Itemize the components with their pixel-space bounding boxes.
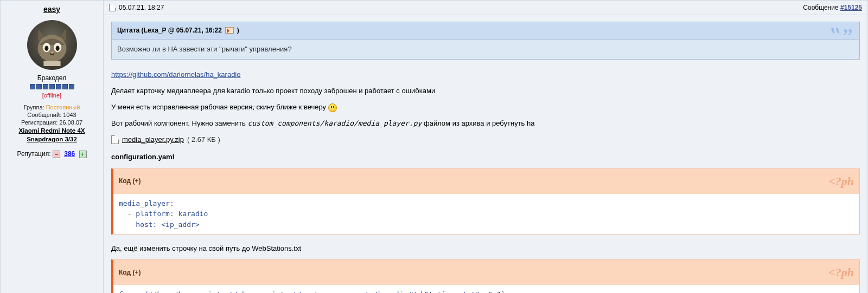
goto-quote-icon[interactable] [225, 27, 234, 34]
rep-plus-button[interactable]: + [79, 151, 87, 158]
user-reg: Регистрация: 26.08.07 [4, 119, 100, 126]
reputation-row: Репутация: − 386 + [4, 150, 100, 158]
avatar[interactable] [27, 20, 77, 70]
code-decor-icon: <?ph [828, 263, 854, 282]
user-reg-value: 26.08.07 [59, 119, 82, 126]
user-group-label: Группа: [24, 104, 46, 110]
post-header: 05.07.21, 18:27 Сообщение #15125 [104, 1, 867, 15]
user-reg-label: Регистрация: [21, 119, 59, 126]
body-line2a: Вот рабочий компонент. Нужно заменить [111, 119, 247, 127]
github-link[interactable]: https://github.com/dariornelas/ha_karadi… [111, 70, 240, 79]
quote-header-tail: ) [237, 25, 239, 36]
code1-body: media_player: - platform: karadio host: … [113, 194, 859, 235]
code-decor-icon: <?ph [828, 172, 854, 191]
post-datetime: 05.07.21, 18:27 [119, 4, 164, 11]
code2-body: f=open("/home/homeassistant/.homeassista… [113, 285, 859, 293]
attachment-row: media_player.py.zip ( 2.67 КБ ) [111, 134, 860, 145]
quote-header: Цитата (Lexa_P @ 05.07.21, 16:22 ) [112, 22, 859, 40]
rep-value-link[interactable]: 386 [64, 150, 75, 158]
cat-avatar-icon [31, 24, 73, 66]
svg-rect-8 [43, 61, 60, 66]
user-posts-value: 1043 [63, 112, 76, 118]
body-line3: Да, ещё изменить строчку на свой путь до… [111, 243, 860, 254]
user-rank: Бракодел [4, 74, 100, 82]
quote-marks-icon: ‟” [829, 25, 854, 48]
config-heading: configuration.yaml [111, 152, 860, 162]
post-body: ‟” Цитата (Lexa_P @ 05.07.21, 16:22 ) Во… [104, 15, 867, 293]
body-line2b: файлом из архива и ребутнуть ha [422, 119, 534, 127]
file-icon [111, 135, 119, 144]
attachment-link[interactable]: media_player.py.zip [122, 134, 184, 145]
quote-block: ‟” Цитата (Lexa_P @ 05.07.21, 16:22 ) Во… [111, 22, 860, 60]
quote-body: Возможно ли в HA завести эти "рычаги" уп… [112, 40, 859, 59]
code-block-1: Код (+) <?ph media_player: - platform: k… [111, 168, 860, 235]
code2-label[interactable]: Код (+) [119, 268, 141, 278]
quote-header-text: Цитата (Lexa_P @ 05.07.21, 16:22 [117, 25, 222, 36]
message-column: 05.07.21, 18:27 Сообщение #15125 ‟” Цита… [104, 1, 867, 293]
body-line1: Делает карточку медиаплеера для karadio … [111, 86, 860, 96]
code-block-2: Код (+) <?ph f=open("/home/homeassistant… [111, 259, 860, 293]
user-column: easy Бракодел [offline] Группа: Постоя [1, 1, 104, 293]
forum-post: easy Бракодел [offline] Группа: Постоя [0, 0, 868, 293]
svg-point-6 [55, 46, 59, 51]
user-posts: Сообщений: 1043 [4, 112, 100, 118]
post-number-link[interactable]: #15125 [840, 4, 862, 11]
smiley-icon [328, 103, 337, 112]
rep-minus-button[interactable]: − [53, 151, 60, 158]
user-posts-label: Сообщений: [27, 112, 63, 118]
user-status: [offline] [4, 92, 100, 99]
post-msg-label: Сообщение [803, 4, 840, 11]
body-line2-path: custom_components/karadio/media_player.p… [247, 119, 422, 127]
code1-label[interactable]: Код (+) [119, 176, 141, 186]
body-strike: У меня есть исправленная рабочая версия,… [111, 103, 326, 111]
post-icon [109, 4, 116, 11]
user-group: Группа: Постоянный [4, 104, 100, 110]
attachment-size: ( 2.67 КБ ) [187, 134, 220, 145]
rank-pips [4, 83, 100, 91]
rep-label: Репутация: [17, 150, 52, 158]
user-group-value: Постоянный [46, 104, 80, 110]
svg-point-5 [44, 46, 48, 51]
user-device-link[interactable]: Xiaomi Redmi Note 4X Snapdragon 3/32 [4, 127, 100, 144]
username-link[interactable]: easy [43, 5, 60, 14]
